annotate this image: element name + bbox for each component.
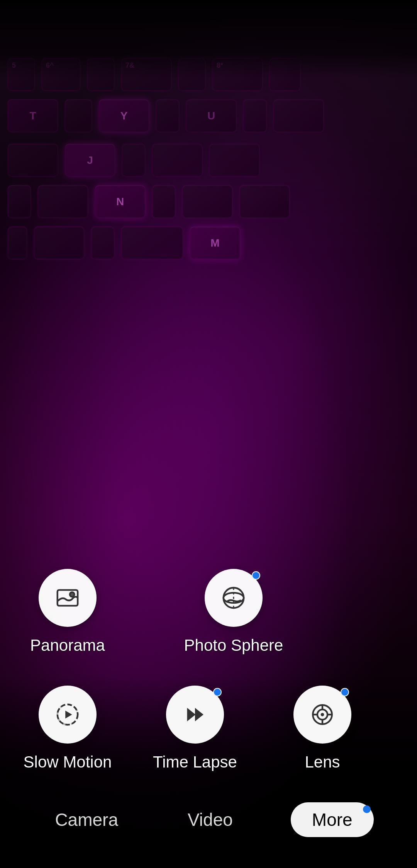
nav-video[interactable]: Video	[176, 803, 244, 836]
photo-sphere-label: Photo Sphere	[184, 636, 283, 655]
lens-label: Lens	[305, 753, 340, 771]
mode-panorama[interactable]: Panorama	[23, 569, 112, 655]
modes-row-2: Slow Motion Time Lapse	[23, 686, 394, 771]
slow-motion-label: Slow Motion	[24, 753, 112, 771]
photo-sphere-badge	[252, 571, 260, 580]
lens-icon	[309, 701, 336, 728]
photo-sphere-icon	[220, 584, 247, 612]
nav-more[interactable]: More	[291, 802, 374, 837]
mode-photo-sphere[interactable]: Photo Sphere	[189, 569, 278, 655]
time-lapse-icon	[181, 701, 209, 728]
lens-badge	[341, 688, 349, 696]
main-content: Panorama Photo Sphere	[0, 0, 417, 868]
camera-nav-label: Camera	[55, 810, 118, 830]
slow-motion-icon-wrap	[39, 686, 97, 744]
modes-grid: Panorama Photo Sphere	[0, 569, 417, 802]
mode-time-lapse[interactable]: Time Lapse	[151, 686, 239, 771]
panorama-icon-wrap	[39, 569, 97, 627]
bottom-navigation: Camera Video More	[0, 802, 417, 837]
lens-icon-wrap	[293, 686, 351, 744]
slow-motion-icon	[54, 701, 81, 728]
mode-slow-motion[interactable]: Slow Motion	[23, 686, 112, 771]
nav-camera[interactable]: Camera	[43, 803, 130, 836]
panorama-label: Panorama	[30, 636, 105, 655]
mode-lens[interactable]: Lens	[278, 686, 367, 771]
svg-marker-5	[65, 711, 72, 718]
video-nav-label: Video	[188, 810, 233, 830]
time-lapse-badge	[213, 688, 222, 696]
svg-point-1	[70, 592, 75, 597]
time-lapse-icon-wrap	[166, 686, 224, 744]
panorama-icon	[54, 584, 81, 612]
modes-row-1: Panorama Photo Sphere	[23, 569, 394, 655]
more-nav-label: More	[312, 810, 353, 830]
photo-sphere-icon-wrap	[205, 569, 263, 627]
more-nav-badge	[363, 805, 371, 813]
svg-marker-8	[195, 708, 203, 722]
svg-marker-7	[187, 708, 196, 722]
svg-point-11	[321, 713, 324, 717]
time-lapse-label: Time Lapse	[153, 753, 237, 771]
